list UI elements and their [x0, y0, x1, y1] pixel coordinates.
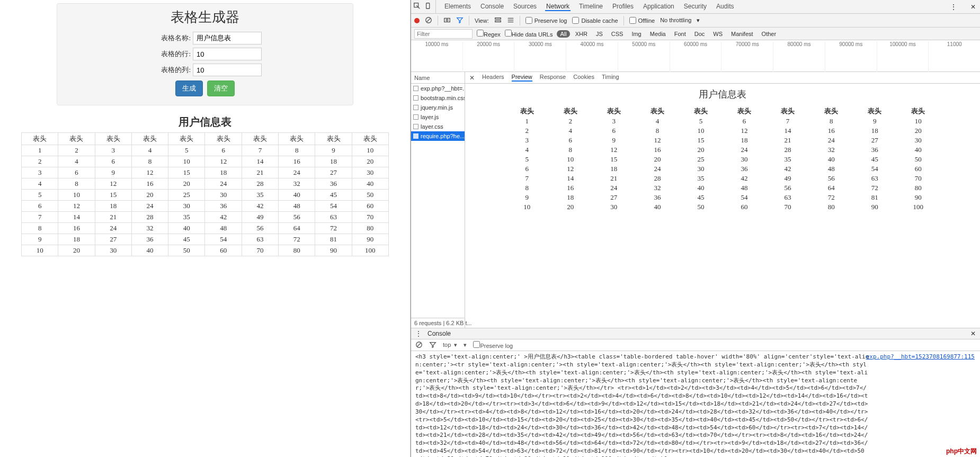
- generate-button[interactable]: 生成: [175, 80, 203, 96]
- devtools-tab-elements[interactable]: Elements: [443, 3, 472, 11]
- console-menu-icon[interactable]: ⋮: [415, 330, 422, 337]
- file-icon: [413, 124, 418, 129]
- filter-type-manifest[interactable]: Manifest: [728, 30, 756, 38]
- table-row: 36912151821242730: [505, 136, 940, 145]
- table-cell: 36: [723, 164, 766, 174]
- devtools-tab-application[interactable]: Application: [642, 3, 675, 11]
- filter-type-media[interactable]: Media: [647, 30, 669, 38]
- filter-type-other[interactable]: Other: [759, 30, 780, 38]
- detail-tab-preview[interactable]: Preview: [512, 74, 532, 82]
- table-cell: 4: [22, 178, 58, 190]
- devtools-tabbar: ElementsConsoleSourcesNetworkTimelinePro…: [411, 0, 980, 14]
- table-cell: 72: [315, 223, 352, 234]
- view-list-icon[interactable]: [507, 16, 514, 25]
- record-icon[interactable]: [414, 18, 420, 23]
- filter-type-css[interactable]: CSS: [608, 30, 627, 38]
- table-cell: 50: [168, 245, 205, 256]
- table-cell: 45: [168, 234, 205, 245]
- preview-title: 用户信息表: [486, 88, 959, 101]
- request-name: require.php?he...: [421, 131, 465, 141]
- name-input[interactable]: [193, 32, 262, 44]
- filter-type-xhr[interactable]: XHR: [572, 30, 591, 38]
- detail-tab-timing[interactable]: Timing: [602, 74, 619, 82]
- console-source-link[interactable]: exp.php?__hbt=1523708169877:115: [866, 353, 975, 361]
- table-cell: 1: [505, 117, 549, 126]
- table-cell: 81: [315, 234, 352, 245]
- request-row[interactable]: require.php?he...: [411, 131, 465, 141]
- file-icon: [413, 114, 418, 120]
- inspect-icon[interactable]: [413, 2, 421, 11]
- table-cell: 16: [131, 178, 168, 190]
- preview-content: 用户信息表 表头表头表头表头表头表头表头表头表头表头 1234567891024…: [465, 84, 980, 328]
- table-row: 12345678910: [505, 117, 940, 126]
- request-row[interactable]: exp.php?__hbt=...: [411, 84, 465, 93]
- table-cell: 27: [95, 234, 131, 245]
- filter-console-icon[interactable]: [429, 341, 436, 350]
- page-content: 表格生成器 表格名称: 表格的行: 表格的列: 生成 清空 用户信息表 表头表头…: [0, 0, 411, 457]
- regex-checkbox[interactable]: Regex: [477, 30, 501, 38]
- throttling-select[interactable]: No throttling ▾: [660, 17, 699, 24]
- filter-type-js[interactable]: JS: [593, 30, 606, 38]
- table-row: 8162432404856647280: [505, 183, 940, 193]
- request-row[interactable]: bootstrap.min.css: [411, 93, 465, 103]
- close-detail-icon[interactable]: ✕: [469, 74, 475, 82]
- devtools-close-icon[interactable]: ✕: [968, 3, 978, 11]
- capture-screenshot-icon[interactable]: [443, 16, 451, 25]
- console-tab[interactable]: Console: [427, 330, 451, 337]
- request-row[interactable]: layer.css: [411, 122, 465, 131]
- console-close-icon[interactable]: ✕: [970, 330, 976, 337]
- devtools-tab-sources[interactable]: Sources: [512, 3, 538, 11]
- clear-console-icon[interactable]: [415, 341, 423, 350]
- detail-tab-cookies[interactable]: Cookies: [573, 74, 594, 82]
- table-cell: 16: [636, 145, 679, 155]
- table-cell: 64: [809, 183, 853, 193]
- filter-icon[interactable]: [456, 16, 464, 25]
- table-cell: 36: [315, 178, 352, 190]
- request-row[interactable]: jquery.min.js: [411, 103, 465, 112]
- context-select[interactable]: top ▾: [443, 342, 457, 348]
- preserve-log-checkbox[interactable]: Preserve log: [525, 17, 567, 24]
- filter-type-ws[interactable]: WS: [710, 30, 726, 38]
- request-row[interactable]: layer.js: [411, 112, 465, 122]
- rows-input[interactable]: [193, 48, 262, 60]
- level-select[interactable]: ▾: [464, 342, 467, 348]
- devtools-tab-audits[interactable]: Audits: [715, 3, 735, 11]
- devtools-menu-icon[interactable]: ⋮: [950, 3, 961, 11]
- devtools-tab-console[interactable]: Console: [479, 3, 505, 11]
- table-cell: 63: [853, 174, 896, 183]
- filter-type-font[interactable]: Font: [671, 30, 689, 38]
- table-cell: 9: [22, 234, 58, 245]
- view-large-icon[interactable]: [494, 16, 502, 25]
- cols-label: 表格的列:: [148, 65, 191, 75]
- filter-type-doc[interactable]: Doc: [691, 30, 708, 38]
- detail-tab-response[interactable]: Response: [540, 74, 566, 82]
- stop-icon[interactable]: [425, 16, 432, 25]
- devtools-tab-security[interactable]: Security: [683, 3, 708, 11]
- network-timeline[interactable]: 10000 ms20000 ms30000 ms40000 ms50000 ms…: [411, 40, 980, 72]
- devtools-tab-network[interactable]: Network: [545, 3, 571, 11]
- clear-button[interactable]: 清空: [207, 80, 235, 96]
- table-cell: 5: [679, 117, 723, 126]
- table-row: 2468101214161820: [505, 126, 940, 136]
- table-cell: 9: [853, 117, 896, 126]
- filter-type-all[interactable]: All: [557, 30, 569, 38]
- table-cell: 12: [636, 136, 679, 145]
- hide-data-urls-checkbox[interactable]: Hide data URLs: [505, 30, 553, 38]
- devtools-tab-profiles[interactable]: Profiles: [611, 3, 635, 11]
- filter-type-img[interactable]: Img: [628, 30, 644, 38]
- detail-tab-headers[interactable]: Headers: [482, 74, 504, 82]
- table-cell: 40: [896, 145, 940, 155]
- devtools-tab-timeline[interactable]: Timeline: [578, 3, 604, 11]
- table-cell: 16: [809, 126, 853, 136]
- table-cell: 81: [853, 193, 896, 202]
- filter-input[interactable]: [414, 29, 473, 39]
- table-cell: 24: [205, 178, 242, 190]
- detail-tabs: ✕ HeadersPreviewResponseCookiesTiming: [465, 72, 980, 84]
- table-header-cell: 表头: [315, 133, 352, 145]
- cols-input[interactable]: [193, 64, 262, 76]
- offline-checkbox[interactable]: Offline: [629, 17, 655, 24]
- console-preserve-checkbox[interactable]: Preserve log: [473, 341, 513, 349]
- disable-cache-checkbox[interactable]: Disable cache: [572, 17, 618, 24]
- table-cell: 9: [315, 145, 352, 156]
- device-icon[interactable]: [425, 2, 432, 11]
